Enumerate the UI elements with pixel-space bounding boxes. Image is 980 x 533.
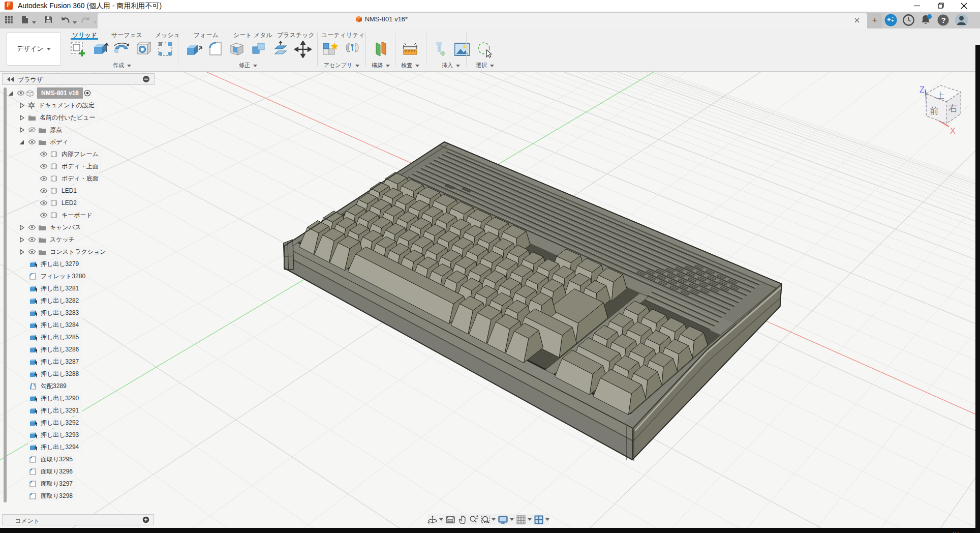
svg-text:上: 上 [936, 91, 944, 100]
svg-text:前: 前 [930, 106, 939, 116]
svg-text:X: X [950, 127, 956, 135]
svg-text:Z: Z [920, 85, 925, 94]
svg-text:右: 右 [948, 103, 958, 113]
svg-text:?: ? [941, 16, 946, 24]
